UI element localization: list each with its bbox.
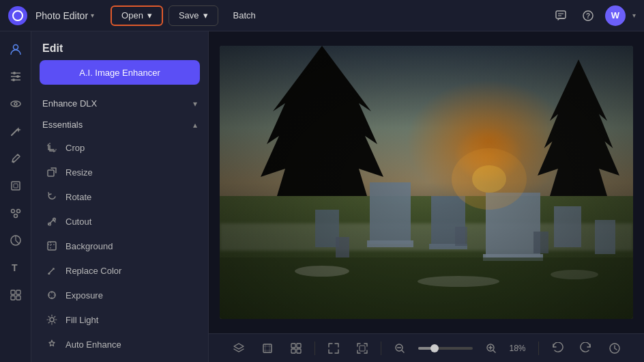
iconbar-item-layers[interactable] <box>3 173 28 198</box>
sidebar-item-resize[interactable]: Resize <box>37 160 203 184</box>
svg-rect-27 <box>48 170 54 176</box>
svg-point-5 <box>13 45 18 50</box>
fill-light-icon <box>45 313 59 326</box>
background-icon <box>45 239 59 253</box>
topbar: Photo Editor ▾ Open ▾ Save ▾ Batch ? <box>0 0 644 31</box>
sidebar-item-auto-enhance[interactable]: Auto Enhance <box>37 332 203 357</box>
app-title-group[interactable]: Photo Editor ▾ <box>35 10 94 21</box>
svg-point-11 <box>12 79 15 81</box>
rotate-icon <box>45 190 59 204</box>
svg-point-33 <box>48 273 50 275</box>
fit-button[interactable] <box>323 338 344 359</box>
svg-rect-23 <box>11 290 15 294</box>
sidebar-item-background[interactable]: Background <box>37 234 203 258</box>
exposure-icon <box>45 288 59 302</box>
svg-rect-26 <box>16 296 20 300</box>
svg-point-35 <box>50 318 54 322</box>
zoom-slider[interactable] <box>418 347 473 350</box>
svg-rect-60 <box>291 349 295 353</box>
svg-point-9 <box>16 75 19 78</box>
history-button[interactable] <box>604 338 625 359</box>
svg-point-12 <box>11 101 20 107</box>
logo-icon <box>12 10 23 21</box>
icon-bar: T <box>0 31 31 362</box>
svg-point-20 <box>14 214 17 218</box>
svg-rect-24 <box>16 290 20 294</box>
sidebar-edit-title: Edit <box>31 31 208 60</box>
open-button[interactable]: Open ▾ <box>111 5 163 26</box>
svg-rect-32 <box>48 242 56 250</box>
frame-button[interactable] <box>257 338 278 359</box>
bottom-bar: 18% <box>209 333 644 362</box>
canvas-container <box>209 31 644 333</box>
canvas-area: 18% <box>209 31 644 362</box>
iconbar-item-profile[interactable] <box>3 37 28 61</box>
svg-line-65 <box>402 350 404 352</box>
topbar-right: ? W ▾ <box>551 5 636 26</box>
sidebar-item-beautify[interactable]: Beautify <box>37 357 203 362</box>
enhance-dlx-section: Enhance DLX ▾ <box>31 93 208 114</box>
sidebar-item-cutout[interactable]: Cutout <box>37 209 203 234</box>
svg-text:T: T <box>12 262 18 273</box>
grid-button[interactable] <box>286 338 306 359</box>
iconbar-item-sticker[interactable] <box>3 228 28 253</box>
iconbar-item-text[interactable]: T <box>3 255 28 280</box>
sidebar-item-crop[interactable]: Crop <box>37 135 203 160</box>
essentials-header[interactable]: Essentials ▴ <box>37 114 203 135</box>
iconbar-item-sliders[interactable] <box>3 64 28 89</box>
app-title-chevron: ▾ <box>91 12 94 19</box>
svg-rect-58 <box>291 344 295 348</box>
photo-canvas[interactable] <box>220 46 633 319</box>
iconbar-item-group[interactable] <box>3 201 28 225</box>
redo-button[interactable] <box>576 338 596 359</box>
sidebar-item-replace-color[interactable]: Replace Color <box>37 258 203 283</box>
iconbar-item-brush[interactable] <box>3 146 28 171</box>
zoom-value: 18% <box>510 344 530 353</box>
iconbar-item-wand[interactable] <box>3 119 28 143</box>
svg-rect-62 <box>360 346 365 351</box>
replace-color-icon <box>45 264 59 277</box>
enhance-dlx-header[interactable]: Enhance DLX ▾ <box>37 93 203 114</box>
app-title: Photo Editor <box>35 10 88 21</box>
iconbar-item-eye[interactable] <box>3 92 28 116</box>
svg-rect-56 <box>220 46 633 319</box>
essentials-section: Essentials ▴ Crop <box>31 114 208 362</box>
auto-enhance-icon <box>45 337 59 351</box>
svg-rect-25 <box>11 296 15 300</box>
batch-button[interactable]: Batch <box>224 5 265 26</box>
svg-rect-57 <box>263 344 272 352</box>
svg-point-19 <box>16 210 20 213</box>
save-button[interactable]: Save ▾ <box>169 5 218 26</box>
svg-rect-17 <box>14 184 18 188</box>
expand-button[interactable] <box>352 338 372 359</box>
cemetery-overlay <box>220 46 633 319</box>
essentials-chevron: ▴ <box>193 120 197 130</box>
sidebar-item-fill-light[interactable]: Fill Light <box>37 307 203 332</box>
sidebar-item-exposure[interactable]: Exposure <box>37 283 203 307</box>
sidebar: Edit A.I. Image Enhancer Enhance DLX ▾ E… <box>31 31 209 362</box>
crop-icon <box>45 141 59 154</box>
svg-rect-61 <box>297 349 301 353</box>
svg-point-18 <box>11 210 14 213</box>
sidebar-item-rotate[interactable]: Rotate <box>37 184 203 209</box>
svg-point-15 <box>12 161 14 163</box>
comment-button[interactable] <box>551 5 571 26</box>
svg-point-7 <box>13 72 16 74</box>
help-button[interactable]: ? <box>578 5 598 26</box>
svg-text:?: ? <box>586 12 590 20</box>
avatar-chevron[interactable]: ▾ <box>632 12 636 19</box>
undo-button[interactable] <box>547 338 568 359</box>
svg-point-13 <box>14 102 17 105</box>
resize-icon <box>45 165 59 179</box>
ai-image-enhancer-button[interactable]: A.I. Image Enhancer <box>40 60 200 85</box>
zoom-in-button[interactable] <box>481 338 501 359</box>
main-content: T Edit A.I. Image Enhancer Enhance DLX ▾ <box>0 31 644 362</box>
iconbar-item-more[interactable] <box>3 283 28 307</box>
enhance-dlx-chevron: ▾ <box>193 99 197 109</box>
zoom-out-button[interactable] <box>390 338 410 359</box>
avatar-button[interactable]: W <box>605 5 626 26</box>
layers-button[interactable] <box>229 338 249 359</box>
app-logo <box>8 6 27 25</box>
sidebar-scroll: Enhance DLX ▾ Essentials ▴ <box>31 93 208 362</box>
essentials-items: Crop Resize <box>37 135 203 362</box>
